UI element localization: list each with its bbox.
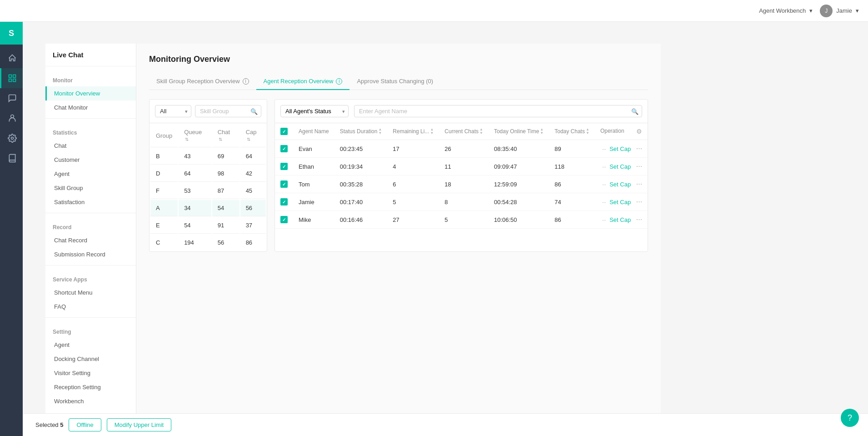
page-title: Monitoring Overview <box>149 55 648 64</box>
col-today-online[interactable]: Today Online Time ▲▼ <box>489 123 549 140</box>
sidebar-item-faq[interactable]: FAQ <box>45 300 136 314</box>
offline-button[interactable]: Offline <box>69 418 101 431</box>
today-online-cell: 00:54:28 <box>489 193 549 211</box>
operation-cell: -- Set Cap ··· <box>595 211 648 229</box>
agent-checkbox[interactable] <box>280 180 288 188</box>
group-all-select-wrapper[interactable]: All <box>155 105 191 117</box>
agent-checkbox-cell[interactable] <box>275 193 293 211</box>
operation-gear-icon[interactable]: ⚙ <box>636 128 642 135</box>
sidebar-item-visitor-setting[interactable]: Visitor Setting <box>45 366 136 380</box>
svg-point-5 <box>11 137 13 140</box>
col-chat[interactable]: Chat ⇅ <box>212 124 239 147</box>
sidebar-item-shortcut-menu[interactable]: Shortcut Menu <box>45 286 136 300</box>
topbar: Agent Workbench ▾ J Jamie ▾ <box>0 0 868 22</box>
sidebar-item-chat[interactable]: Chat <box>45 139 136 153</box>
user-menu[interactable]: J Jamie ▾ <box>820 5 859 17</box>
sidebar-item-submission-record[interactable]: Submission Record <box>45 247 136 261</box>
col-select-all[interactable] <box>275 123 293 140</box>
agent-checkbox-cell[interactable] <box>275 158 293 175</box>
chat-cell: 87 <box>212 183 239 199</box>
group-all-select[interactable]: All <box>155 105 191 117</box>
tab-agent-reception-label: Agent Reception Overview <box>264 78 334 85</box>
chat-cell: 54 <box>212 200 239 216</box>
group-table-row[interactable]: B 43 69 64 <box>150 148 266 165</box>
agent-checkbox-cell[interactable] <box>275 211 293 229</box>
sidebar-item-monitor-overview[interactable]: Monitor Overview <box>45 86 136 100</box>
sidebar-item-chat-record[interactable]: Chat Record <box>45 233 136 247</box>
set-cap-link[interactable]: Set Cap <box>609 199 631 205</box>
today-chats-cell: 86 <box>549 175 595 193</box>
agent-checkbox-cell[interactable] <box>275 175 293 193</box>
group-table-row[interactable]: D 64 98 42 <box>150 165 266 182</box>
tab-skill-group-label: Skill Group Reception Overview <box>156 78 240 85</box>
remaining-cell: 5 <box>387 193 439 211</box>
sidebar-item-customer[interactable]: Customer <box>45 153 136 167</box>
sidebar-item-agent[interactable]: Agent <box>45 167 136 181</box>
today-online-cell: 09:09:47 <box>489 158 549 175</box>
svg-rect-3 <box>9 79 11 82</box>
home-nav-icon[interactable] <box>0 48 23 68</box>
today-online-cell: 10:06:50 <box>489 211 549 229</box>
col-cap[interactable]: Cap ⇅ <box>240 124 266 147</box>
group-table-row[interactable]: A 34 54 56 <box>150 200 266 216</box>
remaining-cell: 4 <box>387 158 439 175</box>
col-today-chats[interactable]: Today Chats ▲▼ <box>549 123 595 140</box>
select-all-checkbox[interactable] <box>280 128 288 135</box>
tab-approve-status[interactable]: Approve Status Changing (0) <box>349 73 440 90</box>
tab-agent-reception-info-icon: i <box>336 78 342 85</box>
group-table-row[interactable]: E 54 91 37 <box>150 217 266 234</box>
agent-checkbox[interactable] <box>280 145 288 152</box>
agent-checkbox[interactable] <box>280 198 288 205</box>
group-table-row[interactable]: C 194 56 86 <box>150 235 266 251</box>
col-status-duration[interactable]: Status Duration ▲▼ <box>334 123 388 140</box>
agent-name-search-icon: 🔍 <box>631 108 639 115</box>
set-cap-link[interactable]: Set Cap <box>609 181 631 188</box>
col-queue[interactable]: Queue ⇅ <box>179 124 211 147</box>
person-nav-icon[interactable] <box>0 108 23 128</box>
agent-status-select-wrapper[interactable]: All Agent's Status Online Offline Busy <box>280 105 349 117</box>
sidebar-item-reception-setting[interactable]: Reception Setting <box>45 380 136 394</box>
agent-checkbox[interactable] <box>280 216 288 223</box>
settings-nav-icon[interactable] <box>0 128 23 148</box>
sidebar-item-skill-group[interactable]: Skill Group <box>45 181 136 195</box>
tab-agent-reception[interactable]: Agent Reception Overview i <box>256 73 350 90</box>
group-table-row[interactable]: F 53 87 45 <box>150 183 266 199</box>
op-dots-icon[interactable]: ··· <box>636 215 642 223</box>
panels: All 🔍 Group Queue ⇅ Chat ⇅ Cap <box>149 99 648 252</box>
queue-cell: 194 <box>179 235 211 251</box>
op-dots-icon[interactable]: ··· <box>636 180 642 188</box>
book-nav-icon[interactable] <box>0 148 23 168</box>
set-cap-link[interactable]: Set Cap <box>609 216 631 223</box>
op-dots-icon[interactable]: ··· <box>636 145 642 152</box>
op-dots-icon[interactable]: ··· <box>636 198 642 205</box>
sidebar-item-chat-monitor[interactable]: Chat Monitor <box>45 100 136 115</box>
grid-nav-icon[interactable] <box>0 68 23 88</box>
col-agent-name[interactable]: Agent Name <box>293 123 334 140</box>
sidebar-item-satisfaction[interactable]: Satisfaction <box>45 195 136 209</box>
sidebar-item-workbench[interactable]: Workbench <box>45 394 136 408</box>
icon-sidebar: S <box>0 22 23 436</box>
sidebar-item-setting-agent[interactable]: Agent <box>45 338 136 352</box>
main-content: Monitoring Overview Skill Group Receptio… <box>136 44 661 436</box>
chat-cell: 91 <box>212 217 239 234</box>
chat-nav-icon[interactable] <box>0 88 23 108</box>
queue-cell: 64 <box>179 165 211 182</box>
agent-checkbox[interactable] <box>280 163 288 170</box>
agent-checkbox-cell[interactable] <box>275 140 293 158</box>
modify-upper-limit-button[interactable]: Modify Upper Limit <box>107 418 171 431</box>
today-chats-sort: ▲▼ <box>586 128 589 135</box>
set-cap-link[interactable]: Set Cap <box>609 145 631 152</box>
chat-cell: 98 <box>212 165 239 182</box>
set-cap-link[interactable]: Set Cap <box>609 163 631 170</box>
col-current-chats[interactable]: Current Chats ▲▼ <box>439 123 489 140</box>
agent-workbench-menu[interactable]: Agent Workbench ▾ <box>759 7 813 14</box>
agent-name-input[interactable] <box>354 105 642 117</box>
remaining-cell: 17 <box>387 140 439 158</box>
op-dots-icon[interactable]: ··· <box>636 162 642 170</box>
help-button[interactable]: ? <box>841 409 859 427</box>
agent-name-cell: Evan <box>293 140 334 158</box>
tab-skill-group-reception[interactable]: Skill Group Reception Overview i <box>149 73 256 90</box>
sidebar-item-docking-channel[interactable]: Docking Channel <box>45 352 136 366</box>
col-remaining[interactable]: Remaining Li... ▲▼ <box>387 123 439 140</box>
agent-status-select[interactable]: All Agent's Status Online Offline Busy <box>280 105 349 117</box>
